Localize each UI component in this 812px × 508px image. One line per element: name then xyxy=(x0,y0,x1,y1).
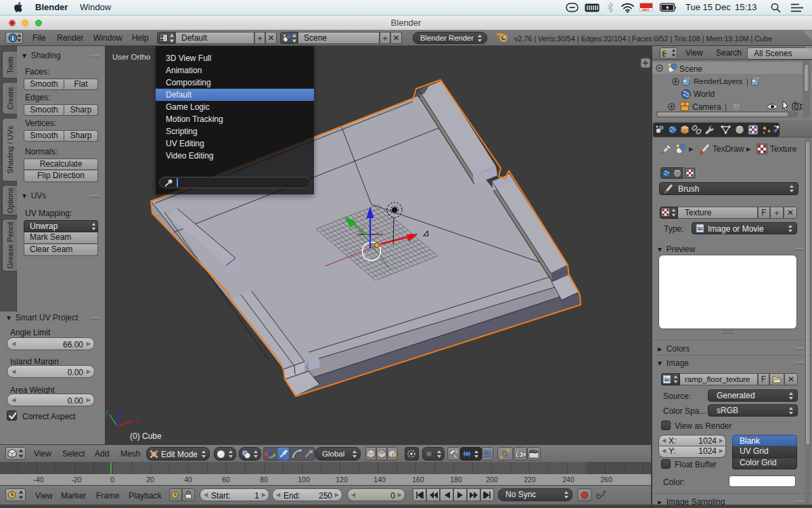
svg-text:(0) Cube: (0) Cube xyxy=(130,431,162,441)
svg-text:User Ortho: User Ortho xyxy=(112,53,150,61)
svg-text:i: i xyxy=(12,35,14,42)
svg-text:x: x xyxy=(135,417,139,424)
svg-text:y: y xyxy=(106,408,109,415)
svg-text:z: z xyxy=(120,406,123,412)
